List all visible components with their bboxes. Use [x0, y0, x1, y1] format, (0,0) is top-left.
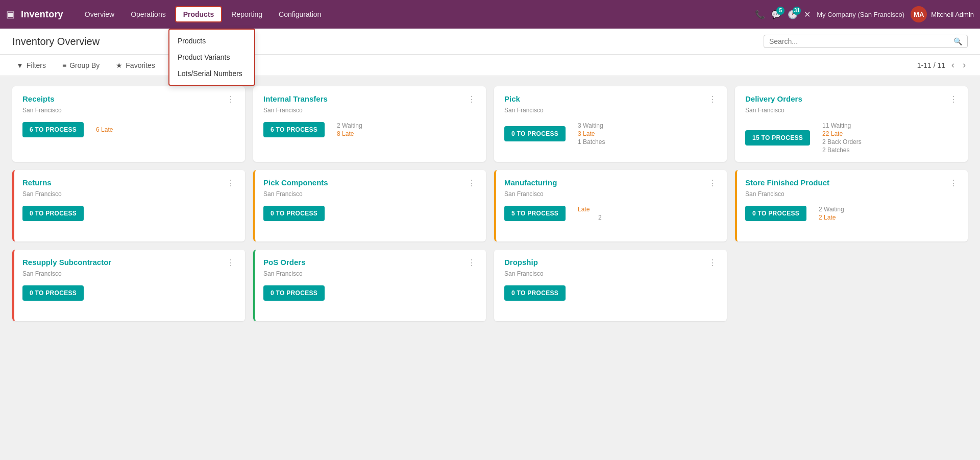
stat-waiting: 3 Waiting	[578, 122, 605, 129]
process-button[interactable]: 0 TO PROCESS	[22, 285, 84, 301]
card-body: 6 TO PROCESS 2 Waiting8 Late	[263, 122, 478, 137]
groupby-icon: ≡	[62, 61, 66, 69]
stat-late: Late	[578, 206, 602, 213]
card-header: Resupply Subcontractor ⋮	[22, 258, 237, 268]
dropdown-item-products[interactable]: Products	[169, 33, 254, 49]
card-title: Receipts	[22, 94, 55, 103]
stat-late: 3 Late	[578, 130, 605, 137]
process-button[interactable]: 0 TO PROCESS	[263, 206, 325, 221]
card-header: Delivery Orders ⋮	[745, 94, 960, 105]
card-menu-button[interactable]: ⋮	[706, 94, 719, 105]
card-title: Pick	[504, 94, 520, 103]
clock-badge: 31	[793, 7, 801, 15]
user-menu[interactable]: MA Mitchell Admin	[911, 6, 974, 22]
card-stats: 11 Waiting22 Late2 Back Orders2 Batches	[822, 122, 862, 154]
search-icon[interactable]: 🔍	[953, 37, 962, 45]
process-button[interactable]: 15 TO PROCESS	[745, 130, 810, 146]
pagination-prev[interactable]: ‹	[949, 59, 957, 71]
toolbar-right: 1-11 / 11 ‹ ›	[917, 59, 968, 71]
star-icon: ★	[116, 61, 122, 69]
pagination-info: 1-11 / 11	[917, 61, 945, 69]
dropdown-item-product-variants[interactable]: Product Variants	[169, 49, 254, 65]
process-button[interactable]: 0 TO PROCESS	[504, 126, 566, 141]
card-body: 5 TO PROCESS Late2	[504, 206, 719, 221]
card-menu-button[interactable]: ⋮	[225, 258, 237, 268]
card-body: 0 TO PROCESS 3 Waiting3 Late1 Batches	[504, 122, 719, 146]
card-menu-button[interactable]: ⋮	[225, 94, 237, 105]
stat-late: 22 Late	[822, 130, 862, 137]
card-body: 0 TO PROCESS	[263, 285, 478, 301]
process-button[interactable]: 5 TO PROCESS	[504, 206, 566, 221]
nav-item-overview[interactable]: Overview	[78, 7, 121, 21]
card-body: 0 TO PROCESS	[22, 285, 237, 301]
pagination-next[interactable]: ›	[961, 59, 968, 71]
chat-icon[interactable]: 💬 5	[771, 10, 781, 19]
card-title: PoS Orders	[263, 258, 306, 267]
cards-grid: Receipts ⋮ San Francisco 6 TO PROCESS 6 …	[12, 86, 968, 321]
card-internal-transfers: Internal Transfers ⋮ San Francisco 6 TO …	[253, 86, 486, 162]
card-menu-button[interactable]: ⋮	[706, 258, 719, 268]
card-menu-button[interactable]: ⋮	[947, 94, 960, 105]
nav-item-operations[interactable]: Operations	[124, 7, 173, 21]
card-title: Returns	[22, 178, 52, 187]
products-dropdown: Products Product Variants Lots/Serial Nu…	[168, 29, 255, 86]
clock-icon[interactable]: 🕐 31	[788, 10, 798, 19]
phone-icon[interactable]: 📞	[755, 10, 765, 19]
subheader: Inventory Overview 🔍	[0, 29, 980, 55]
card-pick: Pick ⋮ San Francisco 0 TO PROCESS 3 Wait…	[494, 86, 727, 162]
groupby-button[interactable]: ≡ Group By	[58, 59, 104, 71]
nav-item-reporting[interactable]: Reporting	[224, 7, 270, 21]
card-header: Dropship ⋮	[504, 258, 719, 268]
dropdown-item-lots-serial[interactable]: Lots/Serial Numbers	[169, 65, 254, 82]
nav-menu: Overview Operations Products Reporting C…	[78, 6, 755, 22]
card-title: Manufacturing	[504, 178, 557, 187]
card-stats: 6 Late	[96, 126, 113, 133]
process-button[interactable]: 6 TO PROCESS	[22, 122, 84, 137]
card-subtitle: San Francisco	[22, 270, 237, 277]
card-menu-button[interactable]: ⋮	[225, 178, 237, 188]
toolbar: ▼ Filters ≡ Group By ★ Favorites 1-11 / …	[0, 55, 980, 76]
process-button[interactable]: 0 TO PROCESS	[504, 285, 566, 301]
grid-icon[interactable]: ▣	[6, 9, 15, 20]
filter-icon: ▼	[16, 61, 23, 69]
stat-batches: 2 Batches	[822, 147, 862, 154]
card-header: Pick Components ⋮	[263, 178, 478, 188]
card-delivery-orders: Delivery Orders ⋮ San Francisco 15 TO PR…	[735, 86, 968, 162]
process-button[interactable]: 0 TO PROCESS	[745, 206, 806, 221]
filters-button[interactable]: ▼ Filters	[12, 59, 50, 71]
card-title: Pick Components	[263, 178, 328, 187]
card-menu-button[interactable]: ⋮	[706, 178, 719, 188]
search-bar[interactable]: 🔍	[764, 35, 968, 48]
card-menu-button[interactable]: ⋮	[465, 258, 478, 268]
search-input[interactable]	[769, 37, 953, 45]
app-name[interactable]: Inventory	[21, 9, 63, 20]
card-manufacturing: Manufacturing ⋮ San Francisco 5 TO PROCE…	[494, 170, 727, 241]
card-subtitle: San Francisco	[22, 107, 237, 114]
card-header: PoS Orders ⋮	[263, 258, 478, 268]
nav-item-products[interactable]: Products	[175, 6, 223, 22]
card-subtitle: San Francisco	[263, 190, 478, 198]
topnav-right: 📞 💬 5 🕐 31 ✕ My Company (San Francisco) …	[755, 6, 974, 22]
card-subtitle: San Francisco	[504, 107, 719, 114]
card-title: Dropship	[504, 258, 538, 267]
card-menu-button[interactable]: ⋮	[465, 94, 478, 105]
nav-item-configuration[interactable]: Configuration	[272, 7, 328, 21]
card-subtitle: San Francisco	[22, 190, 237, 198]
user-avatar: MA	[911, 6, 927, 22]
card-store-finished-product: Store Finished Product ⋮ San Francisco 0…	[735, 170, 968, 241]
card-menu-button[interactable]: ⋮	[465, 178, 478, 188]
favorites-button[interactable]: ★ Favorites	[112, 59, 159, 71]
process-button[interactable]: 6 TO PROCESS	[263, 122, 325, 137]
company-name: My Company (San Francisco)	[817, 11, 904, 18]
card-body: 0 TO PROCESS	[22, 206, 237, 221]
stat-late: 6 Late	[96, 126, 113, 133]
card-menu-button[interactable]: ⋮	[947, 178, 960, 188]
close-icon[interactable]: ✕	[804, 10, 811, 19]
card-header: Returns ⋮	[22, 178, 237, 188]
stat-waiting: 2 Waiting	[819, 206, 844, 213]
card-title: Delivery Orders	[745, 94, 802, 103]
process-button[interactable]: 0 TO PROCESS	[263, 285, 325, 301]
stat-late: 8 Late	[337, 130, 362, 137]
process-button[interactable]: 0 TO PROCESS	[22, 206, 84, 221]
user-name: Mitchell Admin	[931, 11, 974, 18]
